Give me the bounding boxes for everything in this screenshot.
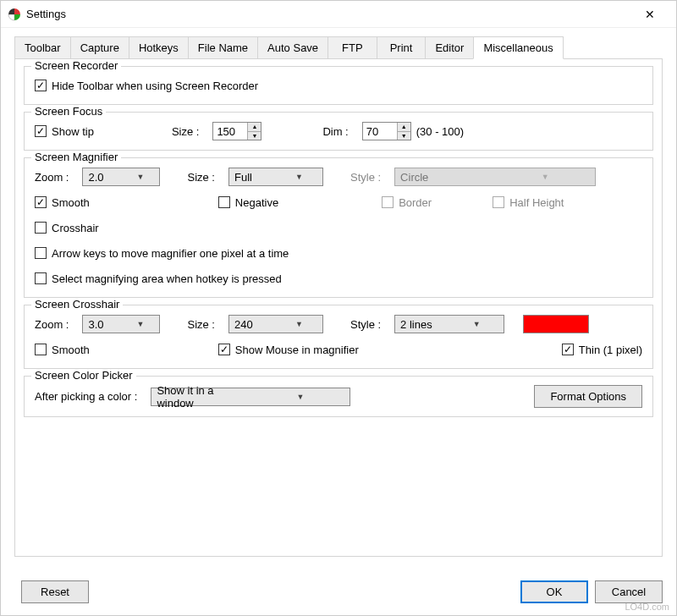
mag-style-label: Style : (350, 171, 381, 184)
chevron-down-icon: ▼ (121, 320, 159, 328)
chevron-down-icon: ▼ (276, 320, 322, 328)
reset-button[interactable]: Reset (21, 580, 89, 603)
mag-negative-checkbox[interactable] (218, 196, 230, 208)
focus-dim-stepper[interactable]: ▲▼ (362, 122, 411, 140)
cross-showmouse-label: Show Mouse in magnifier (235, 344, 359, 356)
group-screen-color-picker: Screen Color Picker After picking a colo… (24, 376, 653, 417)
mag-border-checkbox (382, 196, 394, 208)
group-screen-recorder: Screen Recorder Hide Toolbar when using … (24, 66, 653, 105)
tab-ftp[interactable]: FTP (327, 36, 377, 58)
focus-size-stepper[interactable]: ▲▼ (212, 122, 261, 140)
tab-panel-miscellaneous: Screen Recorder Hide Toolbar when using … (14, 59, 663, 557)
focus-dim-label: Dim : (322, 125, 348, 138)
tab-hotkeys[interactable]: Hotkeys (129, 36, 189, 58)
group-screen-magnifier: Screen Magnifier Zoom : 2.0▼ Size : Full… (24, 157, 653, 298)
group-title: Screen Color Picker (31, 369, 136, 382)
cross-style-label: Style : (350, 318, 381, 331)
mag-arrowkeys-label: Arrow keys to move magnifier one pixel a… (52, 247, 289, 260)
app-icon (8, 8, 21, 21)
close-icon: ✕ (645, 8, 655, 21)
group-title: Screen Magnifier (31, 151, 121, 163)
chevron-up-icon[interactable]: ▲ (248, 123, 261, 132)
format-options-button[interactable]: Format Options (534, 385, 642, 408)
mag-crosshair-label: Crosshair (52, 222, 99, 234)
mag-half-height-label: Half Height (509, 196, 564, 209)
mag-negative-label: Negative (235, 196, 278, 209)
chevron-down-icon: ▼ (495, 173, 595, 181)
group-title: Screen Recorder (31, 59, 121, 72)
focus-size-input[interactable] (213, 123, 247, 140)
group-title: Screen Focus (31, 105, 106, 118)
tab-capture[interactable]: Capture (70, 36, 129, 58)
group-title: Screen Crosshair (31, 298, 123, 311)
watermark: LO4D.com (625, 602, 669, 612)
cross-size-combo[interactable]: 240▼ (228, 315, 323, 333)
focus-size-label: Size : (172, 125, 200, 138)
tab-miscellaneous[interactable]: Miscellaneous (473, 36, 563, 59)
cross-style-combo[interactable]: 2 lines▼ (394, 315, 504, 333)
cross-zoom-label: Zoom : (35, 318, 69, 331)
tab-editor[interactable]: Editor (425, 36, 474, 58)
focus-dim-input[interactable] (363, 123, 397, 140)
group-screen-crosshair: Screen Crosshair Zoom : 3.0▼ Size : 240▼… (24, 305, 653, 369)
tab-print[interactable]: Print (377, 36, 427, 58)
close-button[interactable]: ✕ (630, 2, 669, 27)
ok-button[interactable]: OK (520, 580, 588, 603)
tab-toolbar[interactable]: Toolbar (14, 36, 71, 58)
mag-half-height-checkbox (493, 196, 504, 208)
spin-buttons[interactable]: ▲▼ (397, 123, 410, 140)
cross-thin-label: Thin (1 pixel) (579, 344, 642, 356)
chevron-down-icon: ▼ (121, 173, 159, 181)
mag-zoom-label: Zoom : (35, 171, 69, 184)
mag-size-combo[interactable]: Full▼ (228, 168, 323, 186)
cross-smooth-label: Smooth (52, 344, 90, 356)
tab-auto-save[interactable]: Auto Save (257, 36, 328, 58)
tab-file-name[interactable]: File Name (188, 36, 258, 58)
settings-window: Settings ✕ Toolbar Capture Hotkeys File … (0, 0, 677, 616)
chevron-down-icon[interactable]: ▼ (398, 132, 410, 140)
mag-size-label: Size : (187, 171, 215, 184)
cross-thin-checkbox[interactable] (562, 344, 574, 355)
cross-zoom-combo[interactable]: 3.0▼ (82, 315, 160, 333)
chevron-down-icon[interactable]: ▼ (248, 132, 261, 140)
show-tip-label: Show tip (52, 125, 94, 138)
chevron-down-icon: ▼ (449, 320, 504, 328)
picker-after-label: After picking a color : (35, 390, 137, 403)
mag-smooth-checkbox[interactable] (35, 196, 47, 208)
show-tip-checkbox[interactable] (35, 125, 47, 137)
cross-color-swatch[interactable] (523, 315, 589, 333)
window-title: Settings (26, 8, 630, 20)
chevron-down-icon: ▼ (276, 173, 322, 181)
hide-toolbar-label: Hide Toolbar when using Screen Recorder (52, 80, 258, 92)
picker-after-combo[interactable]: Show it in a window▼ (151, 388, 350, 406)
mag-crosshair-checkbox[interactable] (35, 222, 47, 234)
mag-border-label: Border (399, 196, 432, 209)
dialog-buttons: Reset OK Cancel (14, 580, 663, 603)
mag-arrowkeys-checkbox[interactable] (35, 247, 47, 259)
tab-bar: Toolbar Capture Hotkeys File Name Auto S… (14, 36, 663, 59)
mag-selectarea-label: Select magnifying area when hotkey is pr… (52, 272, 282, 285)
cross-smooth-checkbox[interactable] (35, 344, 47, 355)
content-area: Toolbar Capture Hotkeys File Name Auto S… (1, 28, 676, 557)
mag-selectarea-checkbox[interactable] (35, 272, 47, 284)
titlebar: Settings ✕ (1, 1, 676, 28)
chevron-up-icon[interactable]: ▲ (398, 123, 410, 132)
focus-dim-range: (30 - 100) (416, 125, 464, 138)
mag-zoom-combo[interactable]: 2.0▼ (82, 168, 160, 186)
cross-showmouse-checkbox[interactable] (218, 344, 230, 355)
mag-smooth-label: Smooth (52, 196, 90, 209)
cross-size-label: Size : (187, 318, 215, 331)
mag-style-combo: Circle▼ (394, 168, 596, 186)
group-screen-focus: Screen Focus Show tip Size : ▲▼ Dim : ▲▼ (24, 112, 653, 151)
hide-toolbar-checkbox[interactable] (35, 80, 47, 91)
chevron-down-icon: ▼ (250, 393, 350, 401)
spin-buttons[interactable]: ▲▼ (247, 123, 261, 140)
cancel-button[interactable]: Cancel (595, 580, 663, 603)
